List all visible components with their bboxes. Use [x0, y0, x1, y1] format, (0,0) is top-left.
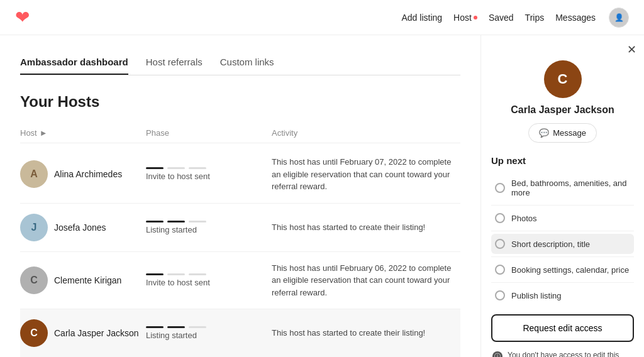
host-name: Alina Archimedes [54, 169, 122, 179]
panel-host-name: Carla Jasper Jackson [491, 104, 634, 116]
activity-cell: This host has started to create their li… [272, 221, 460, 234]
checklist-label: Booking settings, calendar, price [511, 265, 629, 275]
navigation: ❤ Add listing Host Saved Trips Messages … [0, 0, 644, 35]
host-cell: J Josefa Jones [20, 214, 146, 241]
checklist-item[interactable]: Short description, title [491, 234, 634, 254]
host-cell: A Alina Archimedes [20, 160, 146, 188]
section-title: Your Hosts [20, 93, 460, 111]
host-avatar: C [20, 266, 48, 294]
divider [491, 282, 634, 283]
tab-bar: Ambassador dashboard Host referrals Cust… [20, 50, 460, 75]
host-notification-dot [474, 16, 477, 19]
messages-link[interactable]: Messages [555, 13, 597, 23]
saved-link[interactable]: Saved [489, 13, 514, 23]
request-edit-button[interactable]: Request edit access [491, 314, 634, 342]
logo-area: ❤ [15, 7, 30, 28]
check-circle-icon [495, 290, 505, 300]
trips-link[interactable]: Trips [525, 13, 545, 23]
check-circle-icon [495, 183, 505, 193]
phase-label: Listing started [146, 225, 272, 234]
add-listing-link[interactable]: Add listing [402, 13, 443, 23]
host-cell: C Clemente Kirigan [20, 266, 146, 294]
phase-bar [146, 273, 272, 275]
host-list: A Alina Archimedes Invite to host sent T… [20, 146, 460, 357]
host-avatar: A [20, 160, 48, 188]
phase-cell: Invite to host sent [146, 273, 272, 287]
activity-cell: This host has until February 06, 2022 to… [272, 262, 460, 299]
phase-cell: Invite to host sent [146, 167, 272, 181]
phase-label: Invite to host sent [146, 278, 272, 287]
main-layout: Ambassador dashboard Host referrals Cust… [0, 35, 644, 357]
message-icon: 💬 [539, 128, 549, 138]
up-next-label: Up next [491, 155, 634, 166]
airbnb-logo: ❤ [15, 8, 30, 27]
divider [491, 231, 634, 231]
check-circle-icon [495, 265, 505, 275]
activity-cell: This host has started to create their li… [272, 327, 460, 339]
access-warning: ⓘ You don't have access to edit this lis… [491, 348, 634, 357]
main-content: Ambassador dashboard Host referrals Cust… [0, 35, 480, 357]
checklist-label: Publish listing [511, 291, 562, 300]
phase-cell: Listing started [146, 221, 272, 234]
nav-actions: Add listing Host Saved Trips Messages 👤 [402, 8, 630, 28]
col-header-phase: Phase [146, 128, 272, 138]
panel-avatar: C [544, 60, 582, 98]
info-icon: ⓘ [492, 351, 502, 357]
checklist-label: Short description, title [511, 239, 590, 249]
checklist-item[interactable]: Bed, bathrooms, amenities, and more [491, 173, 634, 202]
table-row[interactable]: C Clemente Kirigan Invite to host sent T… [20, 252, 460, 310]
host-avatar: C [20, 319, 48, 347]
host-name: Clemente Kirigan [54, 275, 121, 285]
panel-avatar-wrap: C [491, 60, 634, 98]
host-cell: C Carla Jasper Jackson [20, 319, 146, 347]
tab-ambassador[interactable]: Ambassador dashboard [20, 50, 128, 75]
checklist-item[interactable]: Booking settings, calendar, price [491, 260, 634, 280]
checklist-label: Bed, bathrooms, amenities, and more [511, 178, 630, 197]
host-name: Carla Jasper Jackson [54, 328, 139, 338]
message-button[interactable]: 💬 Message [528, 123, 597, 143]
checklist-label: Photos [511, 214, 536, 223]
divider [491, 205, 634, 206]
host-avatar: J [20, 214, 48, 241]
divider [491, 256, 634, 257]
tab-referrals[interactable]: Host referrals [146, 50, 203, 75]
host-link[interactable]: Host [453, 13, 477, 23]
table-header: Host ► Phase Activity [20, 123, 460, 143]
check-circle-icon [495, 239, 505, 249]
col-header-activity: Activity [272, 128, 460, 138]
checklist-item[interactable]: Photos [491, 208, 634, 228]
tab-custom-links[interactable]: Custom links [220, 50, 274, 75]
checklist: Bed, bathrooms, amenities, and more Phot… [491, 173, 634, 305]
phase-cell: Listing started [146, 326, 272, 340]
phase-bar [146, 221, 272, 222]
sort-arrow-icon[interactable]: ► [40, 128, 48, 138]
table-row[interactable]: J Josefa Jones Listing started This host… [20, 204, 460, 252]
phase-bar [146, 326, 272, 328]
table-row[interactable]: C Carla Jasper Jackson Listing started T… [20, 309, 460, 357]
table-row[interactable]: A Alina Archimedes Invite to host sent T… [20, 146, 460, 204]
col-header-host: Host ► [20, 128, 146, 138]
close-panel-button[interactable]: ✕ [627, 43, 636, 57]
phase-label: Invite to host sent [146, 172, 272, 181]
host-name: Josefa Jones [54, 222, 106, 233]
checklist-item[interactable]: Publish listing [491, 285, 634, 305]
activity-cell: This host has until February 07, 2022 to… [272, 156, 460, 193]
phase-label: Listing started [146, 331, 272, 340]
phase-bar [146, 167, 272, 169]
check-circle-icon [495, 213, 505, 223]
host-detail-panel: ✕ C Carla Jasper Jackson 💬 Message Up ne… [480, 35, 644, 357]
user-avatar[interactable]: 👤 [609, 8, 629, 28]
